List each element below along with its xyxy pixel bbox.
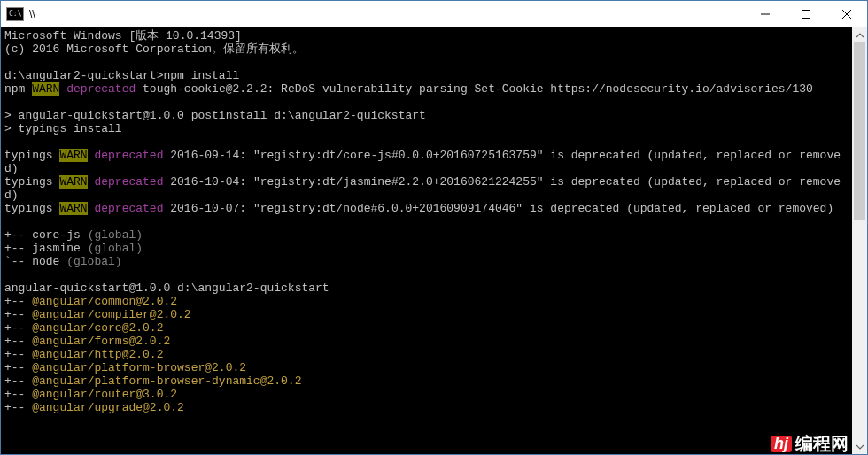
chevron-up-icon xyxy=(856,32,864,39)
terminal-wrap: Microsoft Windows [版本 10.0.14393] (c) 20… xyxy=(1,27,867,454)
scroll-up-button[interactable] xyxy=(852,27,867,42)
close-button[interactable] xyxy=(826,1,867,27)
typings-install-line: > typings install xyxy=(4,122,122,135)
deprecated-label: deprecated xyxy=(59,82,136,96)
watermark-text: 编程网 xyxy=(795,437,849,451)
typings-prefix: typings xyxy=(4,202,59,215)
watermark: hj 编程网 xyxy=(771,436,849,452)
warn-badge: WARN xyxy=(59,149,87,162)
pkg-name: @angular/http@2.0.2 xyxy=(32,348,163,361)
tree-line: +-- core-js xyxy=(4,228,88,242)
pkg-name: @angular/core@2.0.2 xyxy=(32,321,163,335)
scroll-track[interactable] xyxy=(852,42,867,439)
warn-text: 2016-10-07: "registry:dt/node#6.0.0+2016… xyxy=(163,202,833,215)
svg-rect-1 xyxy=(802,10,810,18)
window-title: \\ xyxy=(29,8,745,20)
tree-prefix: +-- xyxy=(4,295,32,308)
typings-prefix: typings xyxy=(4,149,59,162)
tree-prefix: +-- xyxy=(4,374,32,388)
command-prompt-window: C:\ \\ Microsoft Windows [版本 10.0.14393]… xyxy=(0,0,868,455)
tree-prefix: +-- xyxy=(4,321,32,335)
maximize-button[interactable] xyxy=(786,1,826,27)
minimize-icon xyxy=(761,10,770,19)
pkg-name: @angular/upgrade@2.0.2 xyxy=(32,401,184,414)
terminal-output[interactable]: Microsoft Windows [版本 10.0.14393] (c) 20… xyxy=(1,27,852,454)
prompt-line: d:\angular2-quickstart>npm install xyxy=(4,69,239,82)
tree-prefix: +-- xyxy=(4,388,32,401)
pkg-name: @angular/platform-browser-dynamic@2.0.2 xyxy=(32,374,301,388)
watermark-badge: hj xyxy=(771,436,792,452)
scroll-down-button[interactable] xyxy=(852,439,867,454)
warn-badge: WARN xyxy=(59,175,87,189)
deprecated-label: deprecated xyxy=(88,202,164,215)
tree-scope: (global) xyxy=(88,242,143,255)
scroll-thumb[interactable] xyxy=(854,42,865,220)
pkg-name: @angular/common@2.0.2 xyxy=(32,295,177,308)
postinstall-line: > angular-quickstart@1.0.0 postinstall d… xyxy=(4,109,426,122)
tree-prefix: +-- xyxy=(4,335,32,348)
tree-line: `-- node xyxy=(4,255,66,268)
tree-prefix: +-- xyxy=(4,361,32,374)
maximize-icon xyxy=(802,10,810,19)
titlebar[interactable]: C:\ \\ xyxy=(1,1,867,27)
tree-line: +-- jasmine xyxy=(4,242,88,255)
tree-prefix: +-- xyxy=(4,308,32,321)
tree-prefix: +-- xyxy=(4,401,32,414)
tree-prefix: +-- xyxy=(4,348,32,361)
pkg-root: angular-quickstart@1.0.0 d:\angular2-qui… xyxy=(4,281,329,295)
typings-prefix: typings xyxy=(4,175,59,189)
pkg-name: @angular/compiler@2.0.2 xyxy=(32,308,190,321)
warn-badge: WARN xyxy=(32,82,59,96)
chevron-down-icon xyxy=(856,443,864,451)
warn-text: tough-cookie@2.2.2: ReDoS vulnerability … xyxy=(136,82,813,96)
warn-badge: WARN xyxy=(59,202,87,215)
header-line: (c) 2016 Microsoft Corporation。保留所有权利。 xyxy=(4,42,304,56)
pkg-name: @angular/router@3.0.2 xyxy=(32,388,177,401)
header-line: Microsoft Windows [版本 10.0.14393] xyxy=(4,29,242,42)
minimize-button[interactable] xyxy=(745,1,786,27)
cmd-icon: C:\ xyxy=(6,7,24,21)
pkg-name: @angular/platform-browser@2.0.2 xyxy=(32,361,246,374)
vertical-scrollbar[interactable] xyxy=(852,27,867,454)
pkg-name: @angular/forms@2.0.2 xyxy=(32,335,170,348)
window-controls xyxy=(745,1,867,27)
close-icon xyxy=(842,10,851,19)
tree-scope: (global) xyxy=(66,255,121,268)
tree-scope: (global) xyxy=(88,228,143,242)
deprecated-label: deprecated xyxy=(88,175,164,189)
deprecated-label: deprecated xyxy=(88,149,164,162)
npm-prefix: npm xyxy=(4,82,32,96)
